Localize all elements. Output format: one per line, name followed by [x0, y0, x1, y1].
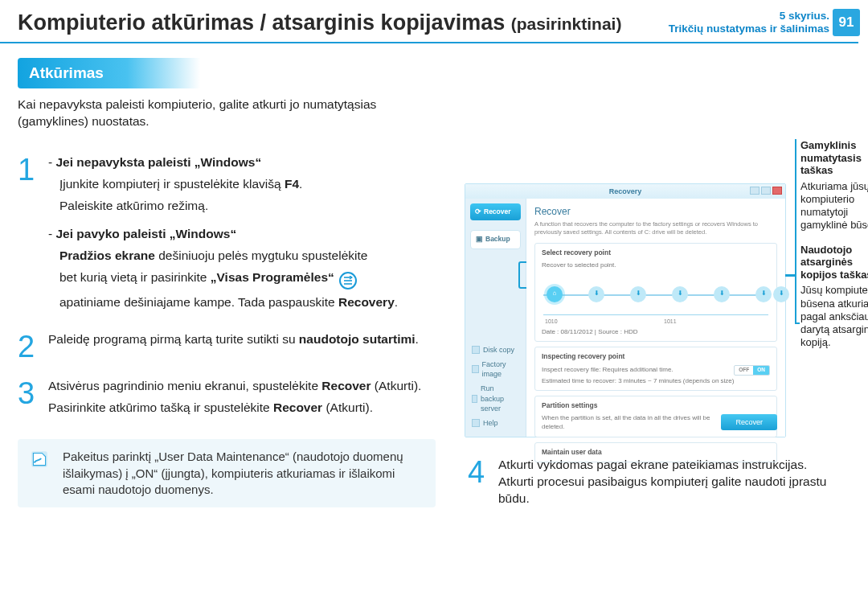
toggle[interactable]: OFFON	[734, 365, 770, 376]
sidebar-link[interactable]: Run backup server	[470, 381, 521, 415]
panel-inspect: Inspecting recovery point Inspect recove…	[534, 347, 777, 391]
section-heading: Atkūrimas	[18, 58, 200, 88]
title-sub: (pasirinktinai)	[511, 14, 622, 33]
note-box: Pakeitus parinktį „User Data Maintenance…	[18, 439, 436, 507]
timeline-factory-node[interactable]: ⌂	[547, 286, 563, 302]
app-main-heading: Recover	[534, 205, 777, 218]
content: Atkūrimas Kai nepavyksta paleisti kompiu…	[0, 43, 868, 507]
app-sidebar: ⟳ Recover ▣ Backup Disk copy Factory ima…	[465, 199, 526, 437]
step-number: 4	[468, 457, 490, 507]
app-title: Recovery	[609, 187, 642, 196]
step-number: 1	[18, 154, 40, 316]
step1-bullet-b-head: Jei pavyko paleisti „Windows“	[48, 226, 452, 243]
note-text: Pakeitus parinktį „User Data Maintenance…	[63, 450, 403, 496]
step-4: 4 Atkurti vykdomas pagal ekrane pateikia…	[468, 457, 854, 507]
minimize-icon[interactable]	[750, 187, 760, 195]
panel-userdata: Maintain user data	[534, 442, 777, 462]
timeline-meta: Date : 08/11/2012 | Source : HDD	[542, 328, 770, 337]
disk-icon	[472, 346, 480, 354]
step1-bullet-a-line1: Įjunkite kompiuterį ir spustelėkite klav…	[48, 176, 452, 193]
screenshot-wrap: Gamyklinis numatytasis taškas Atkuriama …	[468, 183, 854, 437]
sidebar-link[interactable]: Disk copy	[470, 343, 521, 357]
note-icon	[29, 449, 50, 470]
page-number-badge: 91	[833, 9, 860, 36]
close-icon[interactable]	[772, 187, 782, 195]
step3-line1: Atsivėrus pagrindinio meniu ekranui, spu…	[48, 378, 452, 395]
legend-factory: Gamyklinis numatytasis taškas Atkuriama …	[800, 139, 868, 232]
step-number: 2	[18, 331, 40, 362]
timeline-node[interactable]: ⬇	[755, 286, 772, 302]
timeline-node[interactable]: ⬇	[588, 286, 604, 302]
timeline-node[interactable]: ⬇	[714, 286, 730, 302]
panel-select-point: Select recovery point Recover to selecte…	[534, 243, 777, 342]
step2-text: Paleidę programą pirmą kartą turite suti…	[48, 331, 452, 348]
window-buttons	[750, 187, 782, 195]
step1-bullet-b-line2: bet kurią vietą ir pasirinkite „Visas Pr…	[48, 269, 452, 290]
sidebar-link[interactable]: Help	[470, 416, 521, 430]
left-column: 1 Jei nepavyksta paleisti „Windows“ Įjun…	[18, 138, 452, 507]
legend: Gamyklinis numatytasis taškas Atkuriama …	[800, 139, 868, 361]
image-icon	[472, 365, 479, 373]
step-number: 3	[18, 378, 40, 421]
step-3: 3 Atsivėrus pagrindinio meniu ekranui, s…	[18, 378, 452, 421]
step-1: 1 Jei nepavyksta paleisti „Windows“ Įjun…	[18, 154, 452, 316]
all-apps-icon	[339, 272, 357, 290]
header-right: 5 skyrius. Trikčių nustatymas ir šalinim…	[669, 9, 868, 36]
recover-button[interactable]: Recover	[721, 414, 777, 430]
chapter-line2: Trikčių nustatymas ir šalinimas	[669, 23, 829, 35]
app-main-desc: A function that recovers the computer to…	[534, 220, 777, 236]
timeline-node[interactable]: ⬇	[672, 286, 688, 302]
recover-icon: ⟳	[475, 207, 481, 216]
recovery-timeline[interactable]: ⌂ ⬇ ⬇ ⬇ ⬇ ⬇ ⬇ 1010 1011	[543, 275, 768, 315]
timeline-node[interactable]: ⬇	[773, 286, 789, 302]
app-main: Recover A function that recovers the com…	[526, 199, 785, 437]
step1-bullet-b-line1: Pradžios ekrane dešiniuoju pelės mygtuku…	[48, 248, 452, 265]
page-header: Kompiuterio atkūrimas / atsarginis kopij…	[0, 0, 868, 42]
leader-line	[795, 322, 800, 324]
leader-line	[795, 275, 796, 323]
step1-bullet-a-line2: Paleiskite atkūrimo režimą.	[48, 198, 452, 215]
recovery-app-window: Recovery ⟳ Recover	[465, 183, 786, 437]
legend-user: Naudotojo atsarginės kopijos taškas Jūsų…	[800, 244, 868, 350]
sidebar-item-recover[interactable]: ⟳ Recover	[470, 203, 521, 220]
page-title: Kompiuterio atkūrimas / atsarginis kopij…	[18, 8, 621, 37]
server-icon	[472, 395, 477, 403]
title-main: Kompiuterio atkūrimas / atsarginis kopij…	[18, 10, 511, 35]
backup-icon: ▣	[476, 235, 483, 244]
step1-bullet-b-line3: apatiniame dešiniajame kampe. Tada paspa…	[48, 294, 452, 311]
leader-line	[795, 139, 796, 276]
sidebar-link[interactable]: Factory image	[470, 357, 521, 381]
step4-line2: Atkurti procesui pasibaigus kompiuterį g…	[498, 474, 854, 507]
sidebar-item-backup[interactable]: ▣ Backup	[470, 230, 521, 248]
step-2: 2 Paleidę programą pirmą kartą turite su…	[18, 331, 452, 362]
chapter-line1: 5 skyrius.	[669, 10, 829, 23]
step1-bullet-a-head: Jei nepavyksta paleisti „Windows“	[48, 154, 452, 171]
timeline-node[interactable]: ⬇	[630, 286, 646, 302]
maximize-icon[interactable]	[761, 187, 771, 195]
sidebar-bottom-links: Disk copy Factory image Run backup serve…	[465, 339, 526, 437]
app-titlebar: Recovery	[465, 184, 785, 199]
help-icon	[472, 419, 480, 427]
intro-text: Kai nepavyksta paleisti kompiuterio, gal…	[18, 97, 436, 130]
step3-line2: Pasirinkite atkūrimo tašką ir spustelėki…	[48, 400, 452, 417]
chapter-label: 5 skyrius. Trikčių nustatymas ir šalinim…	[669, 10, 829, 35]
right-column: Gamyklinis numatytasis taškas Atkuriama …	[468, 138, 854, 507]
